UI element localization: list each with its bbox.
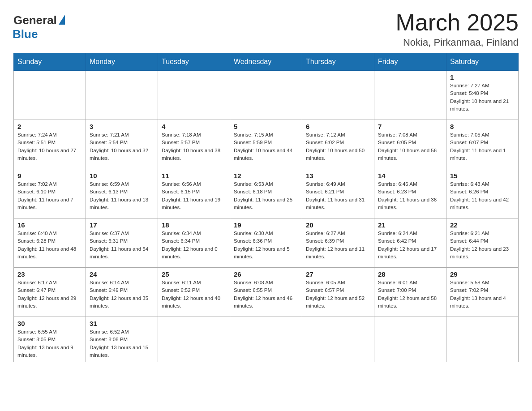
calendar-cell: 23Sunrise: 6:17 AMSunset: 6:47 PMDayligh… <box>14 268 86 317</box>
day-info: Sunrise: 6:01 AMSunset: 7:00 PMDaylight:… <box>378 279 442 310</box>
calendar-cell: 22Sunrise: 6:21 AMSunset: 6:44 PMDayligh… <box>446 218 519 268</box>
calendar-cell <box>230 71 302 120</box>
day-number: 9 <box>17 172 82 180</box>
location-title: Nokia, Pirkanmaa, Finland <box>395 37 519 48</box>
calendar-cell: 14Sunrise: 6:46 AMSunset: 6:23 PMDayligh… <box>374 169 446 218</box>
day-number: 3 <box>90 123 154 130</box>
calendar-cell <box>158 317 230 362</box>
day-number: 31 <box>90 320 154 327</box>
weekday-header-tuesday: Tuesday <box>158 53 230 71</box>
calendar-cell <box>446 317 519 362</box>
calendar-cell: 28Sunrise: 6:01 AMSunset: 7:00 PMDayligh… <box>374 268 446 317</box>
day-info: Sunrise: 7:21 AMSunset: 5:54 PMDaylight:… <box>90 131 154 162</box>
day-number: 7 <box>378 123 442 130</box>
day-info: Sunrise: 6:27 AMSunset: 6:39 PMDaylight:… <box>306 230 370 261</box>
calendar-cell: 24Sunrise: 6:14 AMSunset: 6:49 PMDayligh… <box>86 268 158 317</box>
day-info: Sunrise: 6:56 AMSunset: 6:15 PMDaylight:… <box>162 180 226 211</box>
day-info: Sunrise: 7:24 AMSunset: 5:51 PMDaylight:… <box>17 131 82 162</box>
calendar-week-row: 9Sunrise: 7:02 AMSunset: 6:10 PMDaylight… <box>14 169 519 218</box>
calendar-cell: 18Sunrise: 6:34 AMSunset: 6:34 PMDayligh… <box>158 218 230 268</box>
day-number: 26 <box>234 270 298 278</box>
day-number: 1 <box>450 73 515 81</box>
weekday-header-monday: Monday <box>86 53 158 71</box>
logo-triangle-icon <box>59 15 65 25</box>
calendar-cell <box>302 317 374 362</box>
calendar-cell: 27Sunrise: 6:05 AMSunset: 6:57 PMDayligh… <box>302 268 374 317</box>
day-number: 16 <box>17 221 82 229</box>
calendar-cell: 3Sunrise: 7:21 AMSunset: 5:54 PMDaylight… <box>86 120 158 169</box>
day-number: 20 <box>306 221 370 229</box>
day-info: Sunrise: 6:49 AMSunset: 6:21 PMDaylight:… <box>306 180 370 211</box>
day-number: 11 <box>162 172 226 180</box>
calendar-cell <box>374 71 446 120</box>
calendar-cell <box>14 71 86 120</box>
day-info: Sunrise: 7:12 AMSunset: 6:02 PMDaylight:… <box>306 131 370 162</box>
day-number: 12 <box>234 172 298 180</box>
logo-blue-text: Blue <box>13 27 38 41</box>
day-number: 19 <box>234 221 298 229</box>
day-info: Sunrise: 7:08 AMSunset: 6:05 PMDaylight:… <box>378 131 442 162</box>
day-info: Sunrise: 6:11 AMSunset: 6:52 PMDaylight:… <box>162 279 226 310</box>
day-info: Sunrise: 7:05 AMSunset: 6:07 PMDaylight:… <box>450 131 515 162</box>
calendar-week-row: 23Sunrise: 6:17 AMSunset: 6:47 PMDayligh… <box>14 268 519 317</box>
day-number: 15 <box>450 172 515 180</box>
calendar-week-row: 30Sunrise: 6:55 AMSunset: 8:05 PMDayligh… <box>14 317 519 362</box>
day-number: 25 <box>162 270 226 278</box>
day-number: 5 <box>234 123 298 130</box>
day-number: 17 <box>90 221 154 229</box>
day-info: Sunrise: 6:52 AMSunset: 8:08 PMDaylight:… <box>90 328 154 359</box>
weekday-header-saturday: Saturday <box>446 53 519 71</box>
calendar-cell: 1Sunrise: 7:27 AMSunset: 5:48 PMDaylight… <box>446 71 519 120</box>
day-info: Sunrise: 6:14 AMSunset: 6:49 PMDaylight:… <box>90 279 154 310</box>
calendar-cell: 20Sunrise: 6:27 AMSunset: 6:39 PMDayligh… <box>302 218 374 268</box>
day-info: Sunrise: 5:58 AMSunset: 7:02 PMDaylight:… <box>450 279 515 310</box>
day-info: Sunrise: 6:37 AMSunset: 6:31 PMDaylight:… <box>90 230 154 261</box>
day-number: 29 <box>450 270 515 278</box>
month-title: March 2025 <box>395 9 519 36</box>
day-info: Sunrise: 6:55 AMSunset: 8:05 PMDaylight:… <box>17 328 82 359</box>
calendar-cell <box>374 317 446 362</box>
day-info: Sunrise: 6:46 AMSunset: 6:23 PMDaylight:… <box>378 180 442 211</box>
page-header: General Blue March 2025 Nokia, Pirkanmaa… <box>13 9 519 48</box>
day-number: 18 <box>162 221 226 229</box>
day-info: Sunrise: 7:02 AMSunset: 6:10 PMDaylight:… <box>17 180 82 211</box>
calendar-cell <box>86 71 158 120</box>
calendar-cell: 25Sunrise: 6:11 AMSunset: 6:52 PMDayligh… <box>158 268 230 317</box>
calendar-cell: 29Sunrise: 5:58 AMSunset: 7:02 PMDayligh… <box>446 268 519 317</box>
calendar-cell: 19Sunrise: 6:30 AMSunset: 6:36 PMDayligh… <box>230 218 302 268</box>
day-info: Sunrise: 7:27 AMSunset: 5:48 PMDaylight:… <box>450 82 515 113</box>
day-number: 24 <box>90 270 154 278</box>
calendar-cell <box>158 71 230 120</box>
calendar-cell: 10Sunrise: 6:59 AMSunset: 6:13 PMDayligh… <box>86 169 158 218</box>
calendar-cell: 11Sunrise: 6:56 AMSunset: 6:15 PMDayligh… <box>158 169 230 218</box>
day-number: 28 <box>378 270 442 278</box>
logo: General Blue <box>13 13 65 41</box>
day-info: Sunrise: 7:15 AMSunset: 5:59 PMDaylight:… <box>234 131 298 162</box>
day-info: Sunrise: 7:18 AMSunset: 5:57 PMDaylight:… <box>162 131 226 162</box>
calendar-cell: 5Sunrise: 7:15 AMSunset: 5:59 PMDaylight… <box>230 120 302 169</box>
calendar-cell: 12Sunrise: 6:53 AMSunset: 6:18 PMDayligh… <box>230 169 302 218</box>
day-info: Sunrise: 6:08 AMSunset: 6:55 PMDaylight:… <box>234 279 298 310</box>
day-number: 27 <box>306 270 370 278</box>
calendar-cell: 15Sunrise: 6:43 AMSunset: 6:26 PMDayligh… <box>446 169 519 218</box>
calendar-cell: 6Sunrise: 7:12 AMSunset: 6:02 PMDaylight… <box>302 120 374 169</box>
day-info: Sunrise: 6:21 AMSunset: 6:44 PMDaylight:… <box>450 230 515 261</box>
day-number: 30 <box>17 320 82 327</box>
day-number: 14 <box>378 172 442 180</box>
calendar-cell <box>230 317 302 362</box>
day-info: Sunrise: 6:43 AMSunset: 6:26 PMDaylight:… <box>450 180 515 211</box>
weekday-header-wednesday: Wednesday <box>230 53 302 71</box>
day-number: 4 <box>162 123 226 130</box>
calendar-cell: 13Sunrise: 6:49 AMSunset: 6:21 PMDayligh… <box>302 169 374 218</box>
day-info: Sunrise: 6:34 AMSunset: 6:34 PMDaylight:… <box>162 230 226 261</box>
calendar-header-row: SundayMondayTuesdayWednesdayThursdayFrid… <box>14 53 519 71</box>
calendar-cell: 7Sunrise: 7:08 AMSunset: 6:05 PMDaylight… <box>374 120 446 169</box>
calendar-cell: 16Sunrise: 6:40 AMSunset: 6:28 PMDayligh… <box>14 218 86 268</box>
day-number: 6 <box>306 123 370 130</box>
calendar-cell: 21Sunrise: 6:24 AMSunset: 6:42 PMDayligh… <box>374 218 446 268</box>
calendar-table: SundayMondayTuesdayWednesdayThursdayFrid… <box>13 53 519 362</box>
day-info: Sunrise: 6:30 AMSunset: 6:36 PMDaylight:… <box>234 230 298 261</box>
title-section: March 2025 Nokia, Pirkanmaa, Finland <box>395 9 519 48</box>
day-info: Sunrise: 6:40 AMSunset: 6:28 PMDaylight:… <box>17 230 82 261</box>
day-number: 13 <box>306 172 370 180</box>
